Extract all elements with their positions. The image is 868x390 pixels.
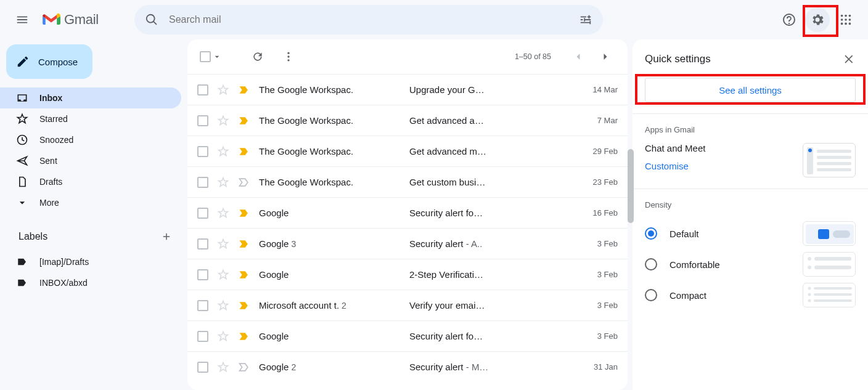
- sidebar-item-drafts[interactable]: Drafts: [0, 171, 181, 192]
- sidebar-item-more[interactable]: More: [0, 192, 181, 213]
- label-item[interactable]: INBOX/abxd: [0, 272, 187, 293]
- svg-rect-18: [817, 162, 851, 165]
- mail-row[interactable]: The Google Workspac.Upgrade your G…14 Ma…: [187, 74, 628, 105]
- importance-marker[interactable]: [238, 176, 250, 189]
- send-icon: [16, 155, 28, 167]
- importance-marker[interactable]: [238, 299, 250, 312]
- svg-point-4: [841, 18, 843, 21]
- sender: Google2: [259, 362, 401, 372]
- inbox-icon: [16, 92, 28, 104]
- star-toggle[interactable]: [217, 115, 229, 127]
- pencil-icon: [16, 55, 30, 68]
- sidebar-item-starred[interactable]: Starred: [0, 108, 181, 129]
- star-toggle[interactable]: [217, 269, 229, 281]
- more-actions-button[interactable]: [276, 44, 301, 69]
- density-label: Default: [669, 229, 699, 239]
- subject: 2-Step Verificati…: [409, 269, 566, 280]
- main-menu-button[interactable]: [10, 7, 35, 32]
- mail-row[interactable]: Microsoft account t.2Verify your emai…3 …: [187, 290, 628, 320]
- row-checkbox[interactable]: [197, 300, 208, 311]
- search-button[interactable]: [139, 7, 164, 32]
- svg-point-3: [849, 15, 851, 17]
- importance-marker[interactable]: [238, 115, 250, 127]
- row-checkbox[interactable]: [197, 146, 208, 157]
- sidebar-item-sent[interactable]: Sent: [0, 150, 181, 171]
- importance-marker[interactable]: [238, 84, 250, 96]
- row-checkbox[interactable]: [197, 84, 208, 95]
- search-options-button[interactable]: [573, 7, 598, 32]
- mail-list-pane: 1–50 of 85 The Google Workspac.Upgrade y…: [187, 39, 633, 390]
- mail-row[interactable]: The Google Workspac.Get custom busi…23 F…: [187, 166, 628, 197]
- svg-point-13: [287, 59, 289, 61]
- sender: The Google Workspac.: [259, 115, 401, 126]
- gmail-logo[interactable]: Gmail: [42, 12, 99, 28]
- google-apps-button[interactable]: [833, 7, 858, 32]
- settings-button[interactable]: [805, 7, 830, 32]
- importance-marker[interactable]: [238, 330, 250, 343]
- star-toggle[interactable]: [217, 207, 229, 219]
- radio-button[interactable]: [645, 227, 657, 240]
- density-option[interactable]: Compact: [645, 280, 856, 311]
- row-checkbox[interactable]: [197, 177, 208, 188]
- search-input[interactable]: [164, 14, 573, 25]
- mail-row[interactable]: Google3Security alert - A..3 Feb: [187, 228, 628, 259]
- importance-marker[interactable]: [238, 269, 250, 281]
- scrollbar-thumb[interactable]: [628, 149, 634, 223]
- row-checkbox[interactable]: [197, 238, 208, 250]
- chevron-down-icon[interactable]: [212, 52, 222, 62]
- importance-marker[interactable]: [238, 361, 250, 373]
- label-text: [Imap]/Drafts: [39, 257, 89, 267]
- row-checkbox[interactable]: [197, 208, 208, 219]
- density-option[interactable]: Comfortable: [645, 249, 856, 280]
- density-option[interactable]: Default: [645, 218, 856, 249]
- select-all-checkbox[interactable]: [200, 51, 211, 62]
- see-all-settings-button[interactable]: See all settings: [645, 78, 856, 102]
- star-toggle[interactable]: [217, 361, 229, 373]
- refresh-button[interactable]: [245, 44, 270, 69]
- mail-row[interactable]: GoogleSecurity alert fo…16 Feb: [187, 197, 628, 228]
- mail-row[interactable]: GoogleSecurity alert fo…3 Feb: [187, 320, 628, 351]
- star-toggle[interactable]: [217, 330, 229, 343]
- label-item[interactable]: [Imap]/Drafts: [0, 251, 187, 272]
- star-toggle[interactable]: [217, 145, 229, 158]
- svg-point-29: [808, 293, 811, 296]
- sidebar-item-snoozed[interactable]: Snoozed: [0, 129, 181, 150]
- search-box[interactable]: [134, 5, 603, 35]
- row-checkbox[interactable]: [197, 331, 208, 342]
- sender: Google3: [259, 238, 401, 249]
- subject: Security alert fo…: [409, 208, 566, 218]
- mail-row[interactable]: The Google Workspac.Get advanced m…29 Fe…: [187, 136, 628, 166]
- importance-marker[interactable]: [238, 145, 250, 158]
- star-toggle[interactable]: [217, 176, 229, 189]
- density-label: Comfortable: [669, 259, 720, 270]
- support-button[interactable]: [777, 7, 801, 32]
- older-page-button[interactable]: [593, 44, 618, 69]
- add-label-button[interactable]: [158, 228, 175, 245]
- importance-marker[interactable]: [238, 238, 250, 250]
- importance-marker[interactable]: [238, 207, 250, 219]
- svg-point-11: [287, 52, 289, 54]
- sidebar-item-inbox[interactable]: Inbox: [0, 87, 181, 108]
- row-checkbox[interactable]: [197, 269, 208, 280]
- mail-row[interactable]: The Google Workspac.Get advanced a…7 Mar: [187, 105, 628, 136]
- star-toggle[interactable]: [217, 84, 229, 96]
- close-settings-button[interactable]: [840, 49, 859, 69]
- mail-row[interactable]: Google2Security alert - M…31 Jan: [187, 351, 628, 382]
- row-checkbox[interactable]: [197, 362, 208, 373]
- page-range[interactable]: 1–50 of 85: [515, 52, 551, 61]
- mail-row[interactable]: Google2-Step Verificati…3 Feb: [187, 259, 628, 290]
- radio-button[interactable]: [645, 289, 657, 301]
- apps-chat-meet-label: Chat and Meet: [645, 143, 705, 153]
- newer-page-button[interactable]: [566, 44, 591, 69]
- refresh-icon: [252, 51, 264, 63]
- density-section-title: Density: [645, 200, 856, 209]
- row-checkbox[interactable]: [197, 115, 208, 126]
- customise-link[interactable]: Customise: [645, 161, 689, 171]
- star-toggle[interactable]: [217, 238, 229, 250]
- labels-title: Labels: [18, 231, 47, 242]
- compose-button[interactable]: Compose: [6, 44, 92, 79]
- sidebar: Compose InboxStarredSnoozedSentDraftsMor…: [0, 39, 187, 390]
- star-toggle[interactable]: [217, 299, 229, 312]
- radio-button[interactable]: [645, 258, 657, 270]
- thread-count: 2: [342, 301, 346, 311]
